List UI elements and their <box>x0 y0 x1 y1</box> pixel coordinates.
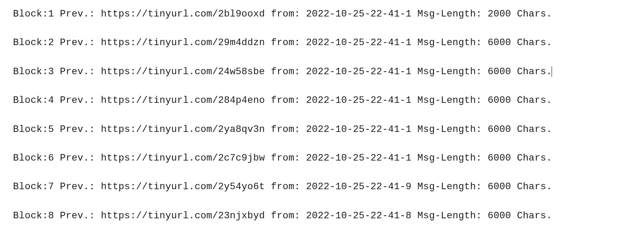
prev-url: https://tinyurl.com/2bl9ooxd <box>101 9 265 20</box>
block-number: 7 <box>48 181 54 192</box>
msglen-value: 2000 <box>488 9 511 20</box>
prev-label: Prev.: <box>54 124 101 135</box>
block-number: 3 <box>48 66 54 77</box>
prev-url: https://tinyurl.com/29m4ddzn <box>101 37 265 48</box>
from-timestamp: 2022-10-25-22-41-8 <box>306 210 411 221</box>
from-timestamp: 2022-10-25-22-41-1 <box>306 37 411 48</box>
msglen-label: Msg-Length: <box>411 181 488 192</box>
chars-label: Chars. <box>511 66 552 77</box>
from-label: from: <box>265 124 306 135</box>
chars-label: Chars. <box>511 95 552 106</box>
prev-label: Prev.: <box>54 9 101 20</box>
block-label: Block: <box>13 66 48 77</box>
from-timestamp: 2022-10-25-22-41-9 <box>306 181 411 192</box>
block-label: Block: <box>13 124 48 135</box>
msglen-value: 6000 <box>488 124 511 135</box>
msglen-value: 6000 <box>488 181 511 192</box>
msglen-value: 6000 <box>488 153 511 164</box>
prev-label: Prev.: <box>54 37 101 48</box>
from-label: from: <box>265 210 306 221</box>
block-label: Block: <box>13 95 48 106</box>
msglen-label: Msg-Length: <box>411 153 488 164</box>
log-row: Block:1 Prev.: https://tinyurl.com/2bl9o… <box>13 9 631 20</box>
prev-url: https://tinyurl.com/23njxbyd <box>101 210 265 221</box>
from-timestamp: 2022-10-25-22-41-1 <box>306 124 411 135</box>
log-row: Block:3 Prev.: https://tinyurl.com/24w58… <box>13 66 631 78</box>
chars-label: Chars. <box>511 9 552 20</box>
msglen-label: Msg-Length: <box>411 95 488 106</box>
from-label: from: <box>265 181 306 192</box>
block-number: 6 <box>48 153 54 164</box>
prev-url: https://tinyurl.com/2c7c9jbw <box>101 153 265 164</box>
msglen-label: Msg-Length: <box>411 66 488 77</box>
block-label: Block: <box>13 9 48 20</box>
msglen-label: Msg-Length: <box>411 37 488 48</box>
log-row: Block:7 Prev.: https://tinyurl.com/2y54y… <box>13 181 631 193</box>
from-label: from: <box>265 95 306 106</box>
from-label: from: <box>265 37 306 48</box>
chars-label: Chars. <box>511 181 552 192</box>
chars-label: Chars. <box>511 153 552 164</box>
chars-label: Chars. <box>511 124 552 135</box>
prev-label: Prev.: <box>54 153 101 164</box>
prev-label: Prev.: <box>54 181 101 192</box>
msglen-label: Msg-Length: <box>411 124 488 135</box>
prev-label: Prev.: <box>54 66 101 77</box>
log-row: Block:6 Prev.: https://tinyurl.com/2c7c9… <box>13 153 631 164</box>
prev-label: Prev.: <box>54 95 101 106</box>
msglen-value: 6000 <box>488 210 511 221</box>
chars-label: Chars. <box>511 37 552 48</box>
prev-label: Prev.: <box>54 210 101 221</box>
block-label: Block: <box>13 210 48 221</box>
log-row: Block:4 Prev.: https://tinyurl.com/284p4… <box>13 95 631 106</box>
block-number: 8 <box>48 210 54 221</box>
from-timestamp: 2022-10-25-22-41-1 <box>306 95 411 106</box>
from-timestamp: 2022-10-25-22-41-1 <box>306 153 411 164</box>
from-timestamp: 2022-10-25-22-41-1 <box>306 9 411 20</box>
text-cursor <box>552 66 552 77</box>
msglen-label: Msg-Length: <box>411 9 488 20</box>
prev-url: https://tinyurl.com/2ya8qv3n <box>101 124 265 135</box>
block-label: Block: <box>13 153 48 164</box>
log-container: Block:1 Prev.: https://tinyurl.com/2bl9o… <box>13 9 631 222</box>
prev-url: https://tinyurl.com/2y54yo6t <box>101 181 265 192</box>
log-row: Block:5 Prev.: https://tinyurl.com/2ya8q… <box>13 124 631 135</box>
msglen-value: 6000 <box>488 66 511 77</box>
from-label: from: <box>265 9 306 20</box>
block-number: 2 <box>48 37 54 48</box>
block-number: 4 <box>48 95 54 106</box>
block-number: 5 <box>48 124 54 135</box>
block-label: Block: <box>13 181 48 192</box>
from-label: from: <box>265 153 306 164</box>
msglen-label: Msg-Length: <box>411 210 488 221</box>
from-timestamp: 2022-10-25-22-41-1 <box>306 66 411 77</box>
msglen-value: 6000 <box>488 95 511 106</box>
chars-label: Chars. <box>511 210 552 221</box>
from-label: from: <box>265 66 306 77</box>
prev-url: https://tinyurl.com/284p4eno <box>101 95 265 106</box>
block-label: Block: <box>13 37 48 48</box>
msglen-value: 6000 <box>488 37 511 48</box>
log-row: Block:8 Prev.: https://tinyurl.com/23njx… <box>13 210 631 222</box>
block-number: 1 <box>48 9 54 20</box>
prev-url: https://tinyurl.com/24w58sbe <box>101 66 265 77</box>
log-row: Block:2 Prev.: https://tinyurl.com/29m4d… <box>13 37 631 49</box>
